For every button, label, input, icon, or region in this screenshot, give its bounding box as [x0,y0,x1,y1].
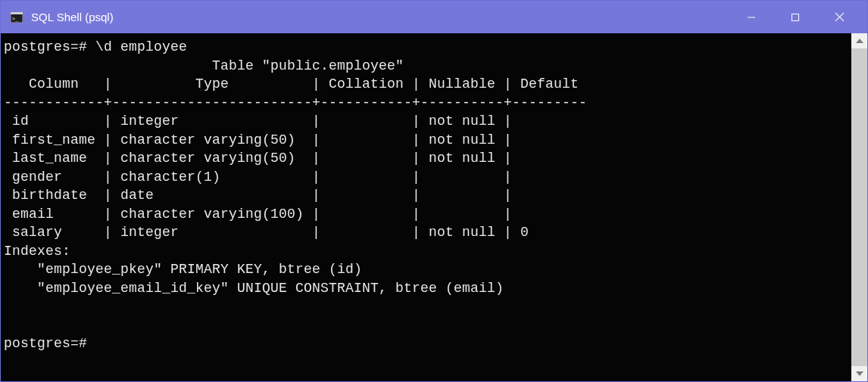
terminal-output[interactable]: postgres=# \d employee Table "public.emp… [1,33,851,381]
maximize-button[interactable] [773,1,817,33]
console-area: postgres=# \d employee Table "public.emp… [1,33,867,381]
scroll-thumb[interactable] [851,48,867,366]
index-entry: "employee_pkey" PRIMARY KEY, btree (id) [4,262,362,277]
scroll-up-arrow-icon[interactable] [851,33,867,48]
table-header-row: Column | Type | Collation | Nullable | D… [4,76,579,92]
table-row: gender | character(1) | | | [4,169,512,185]
vertical-scrollbar[interactable] [851,33,867,381]
svg-marker-7 [856,39,863,43]
table-row: id | integer | | not null | [4,113,512,129]
minimize-button[interactable] [729,1,773,33]
app-icon: >_ [10,11,23,24]
table-row: first_name | character varying(50) | | n… [4,132,512,148]
close-button[interactable] [817,1,861,33]
svg-rect-1 [11,12,23,14]
window-title: SQL Shell (psql) [31,11,729,23]
prompt-ready: postgres=# [4,336,87,351]
table-row: email | character varying(100) | | | [4,207,512,222]
scroll-down-arrow-icon[interactable] [851,366,867,381]
svg-marker-8 [856,371,863,376]
window-titlebar: >_ SQL Shell (psql) [1,1,867,33]
table-row: last_name | character varying(50) | | no… [4,151,512,166]
scroll-track[interactable] [851,48,867,366]
table-row: salary | integer | | not null | 0 [4,225,529,240]
table-title: Table "public.employee" [4,58,404,73]
index-entry: "employee_email_id_key" UNIQUE CONSTRAIN… [4,281,504,296]
table-row: birthdate | date | | | [4,188,512,203]
indexes-label: Indexes: [4,244,70,259]
prompt-command: postgres=# \d employee [4,39,187,54]
table-divider: ------------+------------------------+--… [4,95,587,110]
svg-rect-4 [792,14,799,20]
svg-text:>_: >_ [12,16,19,22]
window-controls [729,1,861,33]
